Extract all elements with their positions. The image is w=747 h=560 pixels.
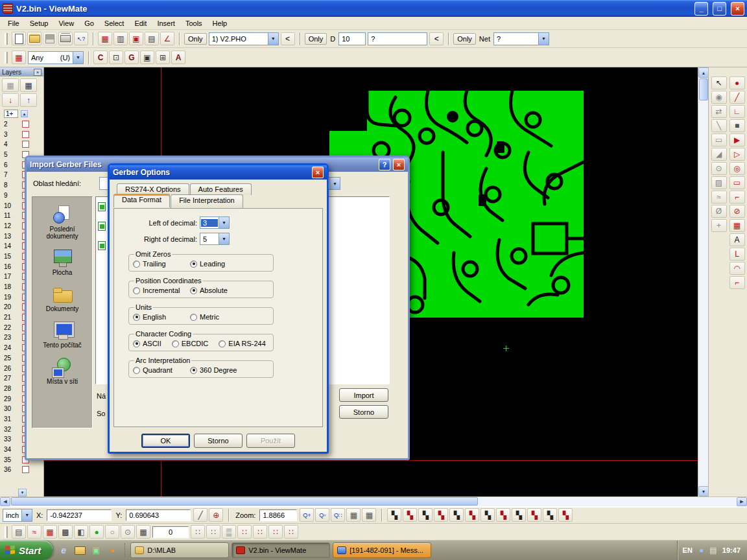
desktop-toggle-icon[interactable]: ▣	[89, 544, 103, 557]
checker-icon[interactable]: ▩	[58, 525, 73, 539]
aperture-rows-icon[interactable]: ▤	[145, 32, 159, 45]
dcode-pair-4-icon[interactable]: ▚	[434, 508, 448, 522]
close-icon[interactable]: ×	[312, 167, 324, 178]
dcode-filter-input[interactable]: ?	[368, 32, 427, 45]
dcode-pair-6-icon[interactable]: ▚	[465, 508, 479, 522]
toolbar-grip[interactable]	[5, 52, 8, 64]
layer-row[interactable]: 1+	[4, 109, 43, 119]
circle-dot-icon[interactable]: ⊙	[121, 525, 135, 539]
scroll-left-icon[interactable]: ◀	[0, 497, 10, 506]
import-button[interactable]: Import	[339, 388, 388, 402]
menu-item[interactable]: View	[53, 18, 79, 29]
restore-button[interactable]: □	[713, 2, 726, 16]
zoom-all-icon[interactable]: Q∷	[331, 508, 345, 522]
internet-explorer-icon[interactable]: e	[56, 544, 71, 557]
place-network[interactable]: Místa v síti	[34, 357, 91, 385]
gerber-dialog-titlebar[interactable]: Gerber Options ×	[110, 165, 327, 180]
radio-leading[interactable]: Leading	[190, 260, 225, 268]
layer-row[interactable]: 3	[4, 129, 43, 139]
letter-g-icon[interactable]: G	[124, 51, 139, 64]
grid-snap-icon[interactable]: ▦	[136, 525, 150, 539]
highlight-icon[interactable]: ◉	[711, 91, 727, 104]
radio-absolute[interactable]: Absolute	[190, 286, 228, 294]
radio-metric[interactable]: Metric	[190, 313, 219, 321]
corner-icon[interactable]: ◢	[711, 148, 727, 161]
tab-file-interpretation[interactable]: File Interpretation	[171, 194, 243, 208]
ring-icon[interactable]: ⊙	[711, 162, 727, 175]
dcode-table-icon[interactable]: ▦	[98, 32, 112, 45]
scroll-down-icon[interactable]: ▼	[698, 486, 709, 496]
radio-trailing[interactable]: Trailing	[133, 260, 190, 268]
net-layers-icon[interactable]: ▤	[12, 525, 26, 539]
layer-row[interactable]: 2	[4, 119, 43, 130]
taskbar-button-messenger[interactable]: [191-482-091] - Mess...	[333, 542, 431, 558]
layer-color-swatch[interactable]	[22, 131, 29, 138]
sel-pads4-icon[interactable]: ∷	[284, 525, 298, 539]
scroll-right-icon[interactable]: ▶	[737, 497, 747, 506]
fill-pattern-icon[interactable]: ▒	[222, 525, 236, 539]
prev-dcode-button[interactable]: <	[429, 32, 444, 45]
chevron-down-icon[interactable]: ▼	[538, 33, 549, 45]
layer-matrix-icon[interactable]: ▦	[20, 78, 37, 92]
dcode-pair-7-icon[interactable]: ▚	[480, 508, 495, 522]
radio-incremental[interactable]: Incremental	[133, 286, 190, 294]
radio-quadrant[interactable]: Quadrant	[133, 366, 190, 374]
chevron-down-icon[interactable]: ▼	[329, 178, 340, 189]
draw-corner-icon[interactable]: ∟	[729, 105, 745, 118]
menu-item[interactable]: Select	[99, 18, 130, 29]
aperture-target-icon[interactable]: ⊡	[109, 51, 123, 64]
horizontal-scrollbar[interactable]: ◀ ▶	[0, 496, 747, 506]
dot-matrix2-icon[interactable]: ∷	[206, 525, 220, 539]
radio-english[interactable]: English	[133, 313, 190, 321]
chevron-down-icon[interactable]: ▼	[268, 33, 278, 45]
draw-rect-icon[interactable]: ▭	[729, 176, 745, 189]
only-dcode-toggle[interactable]: Only	[305, 33, 327, 45]
only-net-toggle[interactable]: Only	[453, 33, 476, 45]
save-icon[interactable]	[43, 32, 57, 45]
measure-tool-icon[interactable]: ∠	[160, 32, 174, 45]
label-tool-icon[interactable]: L	[729, 248, 745, 261]
hatch-icon[interactable]: ▨	[711, 176, 727, 189]
hook-tool-icon[interactable]: ⌐	[729, 276, 745, 289]
dcode-pair-3-icon[interactable]: ▚	[418, 508, 433, 522]
minimize-button[interactable]: _	[694, 2, 708, 16]
draw-triangle-icon[interactable]: ▷	[729, 148, 745, 161]
sel-pads3-icon[interactable]: ∷	[268, 525, 283, 539]
toolbar-grip[interactable]	[5, 33, 8, 45]
aperture-edit-icon[interactable]: ▣	[129, 32, 143, 45]
diagonal-measure-icon[interactable]: ╱	[193, 508, 208, 522]
grid-a-icon[interactable]: ▦	[346, 508, 361, 522]
left-of-decimal-combo[interactable]: 3 ▼	[200, 216, 230, 229]
dcode-input[interactable]: 10	[338, 32, 366, 45]
tab-auto-features[interactable]: Auto Features	[190, 183, 252, 195]
dcode-pair-1-icon[interactable]: ▚	[387, 508, 401, 522]
close-icon[interactable]: ×	[34, 69, 42, 76]
circle-outline-icon[interactable]: ○	[105, 525, 119, 539]
draw-trace-icon[interactable]: ╱	[729, 91, 745, 104]
arc-tool-icon[interactable]: ◠	[729, 262, 745, 275]
toolbar-grip[interactable]	[5, 526, 8, 538]
draw-pad-icon[interactable]: ●	[729, 76, 745, 89]
diameter-icon[interactable]: Ø	[711, 205, 727, 218]
chevron-down-icon[interactable]: ▼	[219, 233, 229, 244]
pad-flash-icon[interactable]: ▣	[140, 51, 154, 64]
sel-pads1-icon[interactable]: ∷	[237, 525, 252, 539]
text-tool-icon[interactable]: A	[729, 233, 745, 246]
start-button[interactable]: Start	[0, 541, 53, 560]
cross-tool-icon[interactable]: +	[711, 219, 727, 232]
clock[interactable]: 19:47	[722, 546, 741, 554]
select-pointer-icon[interactable]: ↖	[711, 76, 727, 89]
radio-ebcdic[interactable]: EBCDIC	[172, 340, 209, 347]
horizontal-scroll-thumb[interactable]	[11, 497, 478, 506]
wave-icon[interactable]: ≈	[27, 525, 42, 539]
dcode-pair-5-icon[interactable]: ▚	[449, 508, 464, 522]
messenger-tray-icon[interactable]: ●	[696, 544, 707, 557]
frame-icon[interactable]: ▭	[711, 134, 727, 146]
letter-a-icon[interactable]: A	[171, 51, 185, 64]
layer-scroll-down-icon[interactable]: ▼	[18, 489, 27, 496]
apply-button[interactable]: Použít	[246, 434, 295, 448]
cut-icon[interactable]: ⊘	[729, 205, 745, 218]
radio-ascii[interactable]: ASCII	[133, 340, 161, 347]
dcode-pair-12-icon[interactable]: ▚	[558, 508, 573, 522]
taskbar-button-viewmate[interactable]: V2.bin - ViewMate	[231, 542, 330, 558]
